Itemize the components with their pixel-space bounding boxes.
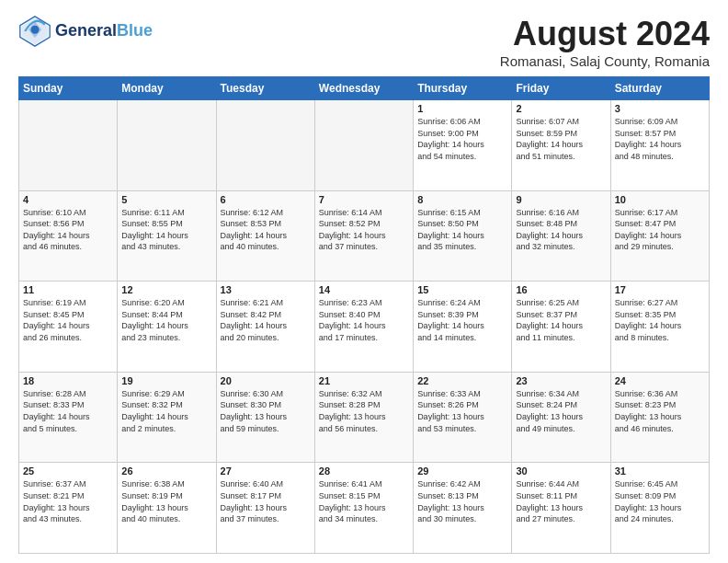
day-info: Sunrise: 6:44 AM Sunset: 8:11 PM Dayligh… <box>516 478 606 524</box>
calendar-day-14: 14Sunrise: 6:23 AM Sunset: 8:40 PM Dayli… <box>314 282 413 373</box>
calendar-day-23: 23Sunrise: 6:34 AM Sunset: 8:24 PM Dayli… <box>512 372 610 463</box>
page: GeneralBlue August 2024 Romanasi, Salaj … <box>0 0 728 563</box>
day-number: 21 <box>319 375 409 386</box>
day-number: 17 <box>615 284 705 295</box>
column-header-monday: Monday <box>118 77 216 100</box>
day-info: Sunrise: 6:29 AM Sunset: 8:32 PM Dayligh… <box>121 388 211 434</box>
calendar-day-30: 30Sunrise: 6:44 AM Sunset: 8:11 PM Dayli… <box>512 463 610 554</box>
calendar-day-26: 26Sunrise: 6:38 AM Sunset: 8:19 PM Dayli… <box>118 463 216 554</box>
day-info: Sunrise: 6:21 AM Sunset: 8:42 PM Dayligh… <box>221 297 311 343</box>
month-title: August 2024 <box>500 15 710 53</box>
column-header-wednesday: Wednesday <box>314 77 413 100</box>
column-header-thursday: Thursday <box>414 77 512 100</box>
calendar-day-16: 16Sunrise: 6:25 AM Sunset: 8:37 PM Dayli… <box>512 282 610 373</box>
day-number: 4 <box>23 194 113 205</box>
day-number: 15 <box>417 284 507 295</box>
logo: GeneralBlue <box>18 15 153 48</box>
calendar-day-4: 4Sunrise: 6:10 AM Sunset: 8:56 PM Daylig… <box>19 190 118 282</box>
day-info: Sunrise: 6:33 AM Sunset: 8:26 PM Dayligh… <box>417 388 507 434</box>
calendar-day-15: 15Sunrise: 6:24 AM Sunset: 8:39 PM Dayli… <box>414 282 512 373</box>
calendar-day-7: 7Sunrise: 6:14 AM Sunset: 8:52 PM Daylig… <box>314 190 413 282</box>
logo-text-block: GeneralBlue <box>55 22 153 40</box>
day-info: Sunrise: 6:16 AM Sunset: 8:48 PM Dayligh… <box>516 207 606 253</box>
calendar-day-3: 3Sunrise: 6:09 AM Sunset: 8:57 PM Daylig… <box>610 100 709 191</box>
calendar-day-24: 24Sunrise: 6:36 AM Sunset: 8:23 PM Dayli… <box>610 372 709 463</box>
day-number: 18 <box>23 375 113 386</box>
day-number: 23 <box>516 375 606 386</box>
day-number: 9 <box>516 194 606 205</box>
day-number: 5 <box>121 194 211 205</box>
header: GeneralBlue August 2024 Romanasi, Salaj … <box>18 15 710 69</box>
calendar: SundayMondayTuesdayWednesdayThursdayFrid… <box>18 76 710 554</box>
day-number: 22 <box>417 375 507 386</box>
day-info: Sunrise: 6:34 AM Sunset: 8:24 PM Dayligh… <box>516 388 606 434</box>
calendar-day-18: 18Sunrise: 6:28 AM Sunset: 8:33 PM Dayli… <box>19 372 118 463</box>
calendar-day-31: 31Sunrise: 6:45 AM Sunset: 8:09 PM Dayli… <box>610 463 709 554</box>
column-header-tuesday: Tuesday <box>216 77 314 100</box>
calendar-day-12: 12Sunrise: 6:20 AM Sunset: 8:44 PM Dayli… <box>118 282 216 373</box>
calendar-day-25: 25Sunrise: 6:37 AM Sunset: 8:21 PM Dayli… <box>19 463 118 554</box>
calendar-empty <box>19 100 118 191</box>
day-info: Sunrise: 6:30 AM Sunset: 8:30 PM Dayligh… <box>221 388 311 434</box>
calendar-day-8: 8Sunrise: 6:15 AM Sunset: 8:50 PM Daylig… <box>414 190 512 282</box>
day-info: Sunrise: 6:23 AM Sunset: 8:40 PM Dayligh… <box>319 297 409 343</box>
day-number: 19 <box>121 375 211 386</box>
day-info: Sunrise: 6:12 AM Sunset: 8:53 PM Dayligh… <box>221 207 311 253</box>
day-number: 7 <box>319 194 409 205</box>
day-number: 12 <box>121 284 211 295</box>
day-info: Sunrise: 6:40 AM Sunset: 8:17 PM Dayligh… <box>221 478 311 524</box>
day-number: 24 <box>615 375 705 386</box>
column-header-saturday: Saturday <box>610 77 709 100</box>
calendar-day-29: 29Sunrise: 6:42 AM Sunset: 8:13 PM Dayli… <box>414 463 512 554</box>
day-number: 11 <box>23 284 113 295</box>
day-number: 31 <box>615 465 705 477</box>
day-number: 27 <box>221 465 311 477</box>
calendar-week-5: 25Sunrise: 6:37 AM Sunset: 8:21 PM Dayli… <box>19 463 710 554</box>
day-info: Sunrise: 6:09 AM Sunset: 8:57 PM Dayligh… <box>615 116 705 162</box>
day-info: Sunrise: 6:36 AM Sunset: 8:23 PM Dayligh… <box>615 388 705 434</box>
title-area: August 2024 Romanasi, Salaj County, Roma… <box>500 15 710 69</box>
location: Romanasi, Salaj County, Romania <box>500 53 710 69</box>
calendar-empty <box>118 100 216 191</box>
day-info: Sunrise: 6:42 AM Sunset: 8:13 PM Dayligh… <box>417 478 507 524</box>
day-info: Sunrise: 6:45 AM Sunset: 8:09 PM Dayligh… <box>615 478 705 524</box>
day-number: 25 <box>23 465 113 477</box>
calendar-day-1: 1Sunrise: 6:06 AM Sunset: 9:00 PM Daylig… <box>414 100 512 191</box>
calendar-empty <box>314 100 413 191</box>
day-info: Sunrise: 6:25 AM Sunset: 8:37 PM Dayligh… <box>516 297 606 343</box>
column-header-friday: Friday <box>512 77 610 100</box>
calendar-day-13: 13Sunrise: 6:21 AM Sunset: 8:42 PM Dayli… <box>216 282 314 373</box>
calendar-week-2: 4Sunrise: 6:10 AM Sunset: 8:56 PM Daylig… <box>19 190 710 282</box>
day-info: Sunrise: 6:38 AM Sunset: 8:19 PM Dayligh… <box>121 478 211 524</box>
calendar-day-5: 5Sunrise: 6:11 AM Sunset: 8:55 PM Daylig… <box>118 190 216 282</box>
day-number: 3 <box>615 103 705 114</box>
calendar-day-19: 19Sunrise: 6:29 AM Sunset: 8:32 PM Dayli… <box>118 372 216 463</box>
calendar-day-27: 27Sunrise: 6:40 AM Sunset: 8:17 PM Dayli… <box>216 463 314 554</box>
day-number: 2 <box>516 103 606 114</box>
day-number: 29 <box>417 465 507 477</box>
calendar-header-row: SundayMondayTuesdayWednesdayThursdayFrid… <box>19 77 710 100</box>
day-info: Sunrise: 6:37 AM Sunset: 8:21 PM Dayligh… <box>23 478 113 524</box>
calendar-day-21: 21Sunrise: 6:32 AM Sunset: 8:28 PM Dayli… <box>314 372 413 463</box>
day-number: 28 <box>319 465 409 477</box>
logo-icon <box>18 15 51 48</box>
day-number: 20 <box>221 375 311 386</box>
day-number: 26 <box>121 465 211 477</box>
day-info: Sunrise: 6:14 AM Sunset: 8:52 PM Dayligh… <box>319 207 409 253</box>
day-info: Sunrise: 6:15 AM Sunset: 8:50 PM Dayligh… <box>417 207 507 253</box>
day-info: Sunrise: 6:10 AM Sunset: 8:56 PM Dayligh… <box>23 207 113 253</box>
calendar-day-28: 28Sunrise: 6:41 AM Sunset: 8:15 PM Dayli… <box>314 463 413 554</box>
calendar-day-10: 10Sunrise: 6:17 AM Sunset: 8:47 PM Dayli… <box>610 190 709 282</box>
calendar-day-22: 22Sunrise: 6:33 AM Sunset: 8:26 PM Dayli… <box>414 372 512 463</box>
day-number: 13 <box>221 284 311 295</box>
calendar-day-2: 2Sunrise: 6:07 AM Sunset: 8:59 PM Daylig… <box>512 100 610 191</box>
day-number: 16 <box>516 284 606 295</box>
day-number: 14 <box>319 284 409 295</box>
column-header-sunday: Sunday <box>19 77 118 100</box>
calendar-week-1: 1Sunrise: 6:06 AM Sunset: 9:00 PM Daylig… <box>19 100 710 191</box>
day-info: Sunrise: 6:41 AM Sunset: 8:15 PM Dayligh… <box>319 478 409 524</box>
calendar-day-11: 11Sunrise: 6:19 AM Sunset: 8:45 PM Dayli… <box>19 282 118 373</box>
day-info: Sunrise: 6:17 AM Sunset: 8:47 PM Dayligh… <box>615 207 705 253</box>
calendar-day-17: 17Sunrise: 6:27 AM Sunset: 8:35 PM Dayli… <box>610 282 709 373</box>
day-number: 8 <box>417 194 507 205</box>
